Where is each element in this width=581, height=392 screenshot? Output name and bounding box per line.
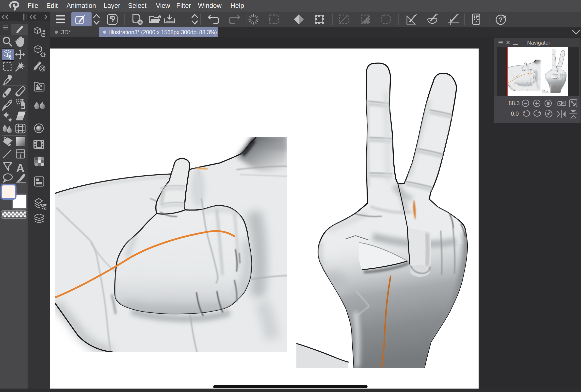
svg-text:?: ?: [499, 16, 503, 24]
